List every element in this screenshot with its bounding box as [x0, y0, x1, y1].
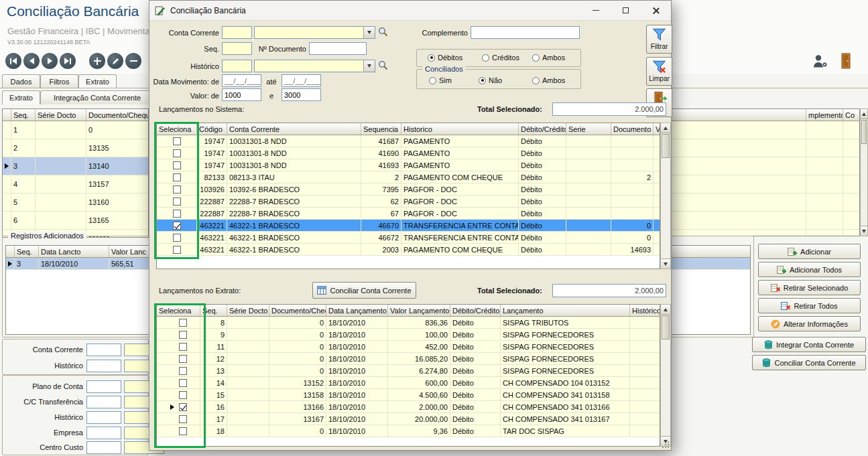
sistema-row[interactable]: 8213308213-3 ITAU2PAGAMENTO COM CHEQUEDé…	[157, 171, 660, 183]
seleciona-checkbox[interactable]	[173, 198, 181, 206]
sistema-row[interactable]: 1974710031301-8 NDD41690PAGAMENTODébito	[157, 147, 660, 159]
radio-debitos[interactable]: Débitos	[428, 54, 462, 62]
seleciona-checkbox[interactable]	[173, 137, 181, 145]
complemento-input[interactable]	[471, 26, 580, 39]
adicionar-todos-button[interactable]: Adicionar Todos	[758, 262, 861, 277]
seleciona-checkbox[interactable]	[179, 367, 187, 375]
column-header[interactable]: Seq.	[200, 305, 227, 316]
seleciona-checkbox[interactable]	[179, 379, 187, 387]
sistema-row[interactable]: 46322146322-1 BRADESCO46672TRANSFERENCIA…	[157, 232, 660, 244]
conciliar-conta-corrente-main-button[interactable]: Conciliar Conta Corrente	[752, 355, 866, 370]
column-header[interactable]: Co	[843, 109, 860, 121]
dlg-historico-code-input[interactable]	[222, 60, 252, 72]
column-header[interactable]: Serie	[566, 123, 611, 135]
column-header[interactable]: V	[654, 123, 660, 135]
close-button[interactable]	[641, 1, 671, 20]
extrato-bg-row[interactable]: 413157	[3, 175, 148, 194]
seleciona-checkbox[interactable]	[173, 234, 181, 242]
seleciona-checkbox[interactable]	[179, 355, 187, 363]
delete-record-button[interactable]	[125, 53, 141, 69]
sistema-table-scrollbar[interactable]	[660, 123, 671, 269]
column-header[interactable]: Documento/Cheque	[269, 305, 326, 316]
column-header[interactable]: Histórico	[630, 305, 660, 316]
sistema-row[interactable]: 22288722288-7 BRADESCO62PAGFOR - DOCDébi…	[157, 196, 660, 208]
seleciona-checkbox[interactable]	[173, 246, 181, 254]
scroll-down-button[interactable]	[661, 436, 670, 446]
extrato-bg-row[interactable]: 613165	[3, 212, 148, 230]
dlg-seq-input[interactable]	[222, 42, 252, 55]
column-header[interactable]: Documento	[611, 123, 654, 135]
alterar-informacoes-button[interactable]: Alterar Informações	[758, 316, 861, 331]
sistema-row[interactable]: 1974710031301-8 NDD41693PAGAMENTODébito	[157, 159, 660, 171]
column-header[interactable]: Série Docto	[36, 109, 86, 121]
extrato-row[interactable]: 13018/10/20106.274,80DébitoSISPAG FORNEC…	[157, 365, 660, 377]
radio-ambos[interactable]: Ambos	[532, 54, 565, 62]
seleciona-checkbox[interactable]	[173, 161, 181, 169]
extrato-bg-row[interactable]	[672, 194, 859, 212]
column-header[interactable]	[6, 246, 15, 257]
radio-sim[interactable]: Sim	[429, 76, 452, 84]
seleciona-checkbox[interactable]	[173, 210, 181, 218]
add-record-button[interactable]	[89, 53, 105, 69]
historico2-code-input[interactable]	[86, 411, 121, 424]
search-historico-icon[interactable]	[378, 60, 389, 71]
column-header[interactable]	[672, 109, 806, 121]
sistema-row[interactable]: 46322146322-1 BRADESCO2003PAGAMENTO COM …	[157, 244, 660, 256]
valor-ate-input[interactable]: 3000	[282, 88, 321, 101]
column-header[interactable]: Data Lancto	[39, 246, 109, 257]
previous-record-button[interactable]	[23, 53, 40, 69]
column-header[interactable]: Débito/Crédito	[519, 123, 566, 135]
extrato-row[interactable]: 8018/10/2010836,36DébitoSISPAG TRIBUTOS	[157, 317, 660, 329]
extrato-row[interactable]: 11018/10/2010452,00DébitoSISPAG FORNECED…	[157, 341, 660, 353]
column-header[interactable]: Código	[197, 123, 227, 135]
extrato-row[interactable]: 171316718/10/201020.000,00DébitoCH COMPE…	[157, 413, 660, 425]
column-header[interactable]: Valor Lançamento	[388, 305, 450, 316]
scroll-thumb[interactable]	[662, 315, 670, 339]
seleciona-checkbox[interactable]	[179, 403, 187, 411]
seleciona-checkbox[interactable]	[173, 222, 181, 230]
data-movimento-ate-input[interactable]: __/__/____	[282, 74, 321, 87]
combo-dropdown-button[interactable]	[363, 27, 375, 38]
seleciona-checkbox[interactable]	[179, 415, 187, 423]
scroll-up-button[interactable]	[661, 123, 670, 133]
column-header[interactable]: Conta Corrente	[227, 123, 361, 135]
column-header[interactable]: Data Lançamento	[326, 305, 388, 316]
centro-custo-code-input[interactable]	[86, 441, 121, 454]
extrato-bg-row[interactable]	[672, 121, 859, 139]
tab-dados[interactable]: Dados	[2, 74, 40, 88]
radio-nao[interactable]: Não	[479, 76, 502, 84]
dlg-conta-corrente-code-input[interactable]	[222, 26, 252, 39]
scroll-down-button[interactable]	[661, 258, 670, 269]
seleciona-checkbox[interactable]	[173, 149, 181, 157]
extrato-bg-row[interactable]: 10	[3, 121, 148, 139]
edit-record-button[interactable]	[107, 53, 123, 69]
first-record-button[interactable]	[5, 53, 21, 69]
seleciona-checkbox[interactable]	[179, 331, 187, 339]
retirar-todos-button[interactable]: Retirar Todos	[758, 298, 861, 313]
tab-extrato[interactable]: Extrato	[78, 74, 117, 88]
extrato-row[interactable]: 9018/10/2010100,00DébitoSISPAG FORNECEDO…	[157, 329, 660, 341]
combo-dropdown-button[interactable]	[363, 60, 375, 72]
column-header[interactable]: Débito/Crédito	[450, 305, 501, 316]
seleciona-checkbox[interactable]	[179, 427, 187, 435]
extrato-bg-row[interactable]	[672, 157, 859, 175]
limpar-button[interactable]: Limpar	[646, 57, 672, 86]
resize-grip[interactable]	[668, 447, 669, 448]
radio-creditos[interactable]: Créditos	[482, 54, 519, 62]
subtab-extrato[interactable]: Extrato	[2, 90, 40, 104]
scroll-up-button[interactable]	[661, 305, 670, 315]
column-header[interactable]: Série Docto	[227, 305, 269, 316]
adicionar-button[interactable]: Adicionar	[758, 244, 861, 259]
maximize-button[interactable]	[611, 1, 641, 20]
data-movimento-de-input[interactable]: __/__/____	[222, 74, 261, 87]
retirar-selecionado-button[interactable]: Retirar Selecionado	[758, 280, 861, 295]
user-settings-button[interactable]	[812, 54, 828, 70]
scroll-down-button[interactable]	[861, 226, 867, 236]
seleciona-checkbox[interactable]	[179, 319, 187, 327]
column-header[interactable]: Lançamento	[501, 305, 630, 316]
sistema-row[interactable]: 10392610392-6 BRADESCO7395PAGFOR - DOCDé…	[157, 183, 660, 196]
extrato-row[interactable]: 12018/10/201016.085,20DébitoSISPAG FORNE…	[157, 353, 660, 365]
conta-corrente-code-input[interactable]	[86, 344, 121, 356]
historico-code-input[interactable]	[86, 360, 121, 372]
dlg-conta-corrente-combo[interactable]	[254, 26, 375, 39]
